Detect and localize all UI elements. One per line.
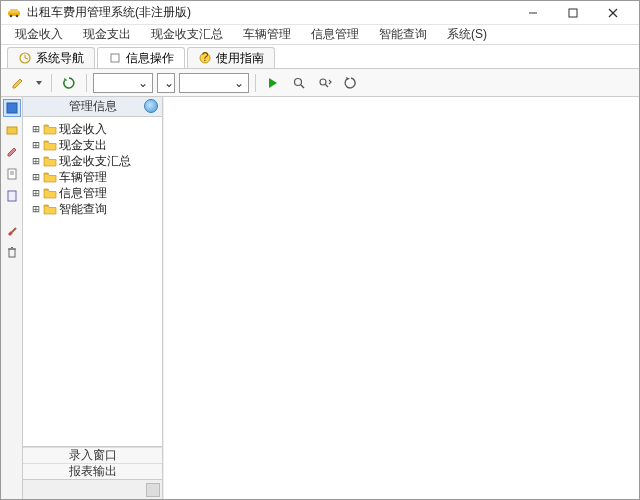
- sidebar-tool-delete[interactable]: [3, 243, 21, 261]
- filter-combo-1[interactable]: ⌄: [93, 73, 153, 93]
- tree-item-label: 车辆管理: [59, 169, 107, 186]
- toolbar-separator: [51, 74, 52, 92]
- svg-point-3: [16, 14, 19, 17]
- menu-item[interactable]: 现金收支汇总: [141, 24, 233, 45]
- find-next-button[interactable]: [314, 72, 336, 94]
- expand-icon[interactable]: ⊞: [31, 202, 41, 216]
- maximize-button[interactable]: [553, 1, 593, 25]
- refresh-button[interactable]: [58, 72, 80, 94]
- menu-item[interactable]: 现金支出: [73, 24, 141, 45]
- toolbar-separator: [86, 74, 87, 92]
- chevron-down-icon: ⌄: [136, 76, 150, 90]
- folder-icon: [43, 203, 57, 215]
- svg-point-2: [10, 14, 13, 17]
- sidebar-view-edit[interactable]: [3, 143, 21, 161]
- tree-item[interactable]: ⊞现金收入: [25, 121, 160, 137]
- tree-item[interactable]: ⊞信息管理: [25, 185, 160, 201]
- tree-header-label: 管理信息: [69, 98, 117, 115]
- sidebar-tool-brush[interactable]: [3, 221, 21, 239]
- menu-item[interactable]: 系统(S): [437, 24, 497, 45]
- filter-combo-2[interactable]: ⌄: [157, 73, 175, 93]
- svg-line-24: [12, 228, 16, 232]
- tab-icon: [18, 51, 32, 65]
- folder-icon: [43, 171, 57, 183]
- menu-item[interactable]: 智能查询: [369, 24, 437, 45]
- stack-item[interactable]: 报表输出: [23, 463, 162, 479]
- menubar: 现金收入现金支出现金收支汇总车辆管理信息管理智能查询系统(S): [1, 25, 639, 45]
- tree-item[interactable]: ⊞智能查询: [25, 201, 160, 217]
- sidebar-view-folder[interactable]: [3, 121, 21, 139]
- run-button[interactable]: [262, 72, 284, 94]
- edit-dropdown[interactable]: [33, 72, 45, 94]
- toolbar: ⌄ ⌄ ⌄: [1, 69, 639, 97]
- tree-item-label: 现金收支汇总: [59, 153, 131, 170]
- svg-rect-23: [8, 191, 16, 201]
- chevron-down-icon: ⌄: [162, 76, 176, 90]
- svg-line-10: [25, 58, 28, 59]
- tab-label: 系统导航: [36, 50, 84, 67]
- folder-icon: [43, 123, 57, 135]
- close-button[interactable]: [593, 1, 633, 25]
- sidebar-view-manage[interactable]: [3, 99, 21, 117]
- svg-point-16: [320, 79, 326, 85]
- menu-item[interactable]: 现金收入: [5, 24, 73, 45]
- toolbar-separator: [255, 74, 256, 92]
- expand-icon[interactable]: ⊞: [31, 154, 41, 168]
- svg-text:?: ?: [202, 52, 209, 64]
- tree-item-label: 信息管理: [59, 185, 107, 202]
- stack-item[interactable]: 录入窗口: [23, 447, 162, 463]
- titlebar: 出租车费用管理系统(非注册版): [1, 1, 639, 25]
- minimize-button[interactable]: [513, 1, 553, 25]
- tree-item-label: 现金支出: [59, 137, 107, 154]
- tab[interactable]: 系统导航: [7, 47, 95, 68]
- svg-point-14: [295, 78, 302, 85]
- svg-rect-19: [7, 127, 17, 134]
- sidebar-view-report[interactable]: [3, 187, 21, 205]
- tree-item[interactable]: ⊞车辆管理: [25, 169, 160, 185]
- folder-icon: [43, 139, 57, 151]
- sidebar-icon-strip: [1, 97, 23, 499]
- window-title: 出租车费用管理系统(非注册版): [27, 4, 513, 21]
- svg-rect-1: [10, 9, 18, 13]
- svg-rect-18: [7, 103, 17, 113]
- expand-icon[interactable]: ⊞: [31, 122, 41, 136]
- expand-icon[interactable]: ⊞: [31, 170, 41, 184]
- svg-line-15: [301, 85, 304, 88]
- menu-item[interactable]: 信息管理: [301, 24, 369, 45]
- tab[interactable]: ?使用指南: [187, 47, 275, 68]
- folder-icon: [43, 187, 57, 199]
- tree-header-orb-icon[interactable]: [144, 99, 158, 113]
- menu-item[interactable]: 车辆管理: [233, 24, 301, 45]
- tree-item-label: 现金收入: [59, 121, 107, 138]
- expand-icon[interactable]: ⊞: [31, 186, 41, 200]
- content-area: [163, 97, 639, 499]
- chevron-down-icon: ⌄: [232, 76, 246, 90]
- tree-item[interactable]: ⊞现金收支汇总: [25, 153, 160, 169]
- tree-panel: 管理信息 ⊞现金收入⊞现金支出⊞现金收支汇总⊞车辆管理⊞信息管理⊞智能查询 录入…: [23, 97, 163, 499]
- tab-label: 使用指南: [216, 50, 264, 67]
- scroll-up-button[interactable]: [146, 483, 160, 497]
- folder-icon: [43, 155, 57, 167]
- app-icon: [7, 6, 21, 20]
- tree-item[interactable]: ⊞现金支出: [25, 137, 160, 153]
- find-button[interactable]: [288, 72, 310, 94]
- svg-line-17: [326, 84, 329, 87]
- svg-rect-11: [111, 54, 119, 62]
- edit-button[interactable]: [7, 72, 29, 94]
- tab-label: 信息操作: [126, 50, 174, 67]
- reset-filter-button[interactable]: [340, 72, 362, 94]
- sidebar-view-doc[interactable]: [3, 165, 21, 183]
- svg-rect-5: [569, 9, 577, 17]
- body-area: 管理信息 ⊞现金收入⊞现金支出⊞现金收支汇总⊞车辆管理⊞信息管理⊞智能查询 录入…: [1, 97, 639, 499]
- tab-icon: [108, 51, 122, 65]
- bottom-stack: 录入窗口报表输出: [23, 446, 162, 479]
- expand-icon[interactable]: ⊞: [31, 138, 41, 152]
- tree-item-label: 智能查询: [59, 201, 107, 218]
- scroll-stub: [23, 479, 162, 499]
- filter-combo-3[interactable]: ⌄: [179, 73, 249, 93]
- tree: ⊞现金收入⊞现金支出⊞现金收支汇总⊞车辆管理⊞信息管理⊞智能查询: [23, 117, 162, 446]
- tree-header: 管理信息: [23, 97, 162, 117]
- tab[interactable]: 信息操作: [97, 47, 185, 68]
- svg-rect-25: [9, 249, 15, 257]
- tab-icon: ?: [198, 51, 212, 65]
